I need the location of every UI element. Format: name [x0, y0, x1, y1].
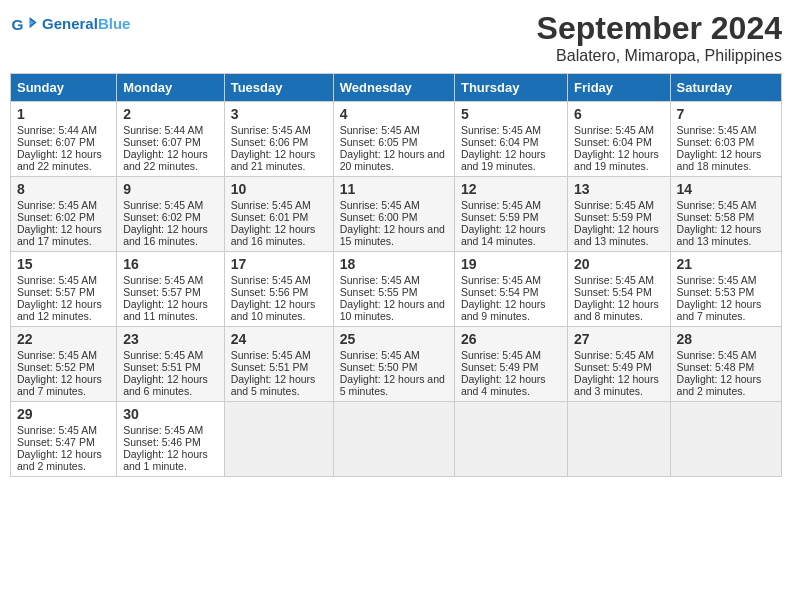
table-row: 1 Sunrise: 5:44 AM Sunset: 6:07 PM Dayli… — [11, 102, 117, 177]
day-number: 14 — [677, 181, 775, 197]
page-subtitle: Balatero, Mimaropa, Philippines — [537, 47, 782, 65]
table-row: 28 Sunrise: 5:45 AM Sunset: 5:48 PM Dayl… — [670, 327, 781, 402]
daylight-text: Daylight: 12 hours and 11 minutes. — [123, 298, 208, 322]
daylight-text: Daylight: 12 hours and 16 minutes. — [123, 223, 208, 247]
table-row: 29 Sunrise: 5:45 AM Sunset: 5:47 PM Dayl… — [11, 402, 117, 477]
table-row: 26 Sunrise: 5:45 AM Sunset: 5:49 PM Dayl… — [454, 327, 567, 402]
sunrise-text: Sunrise: 5:45 AM — [461, 274, 541, 286]
table-row: 27 Sunrise: 5:45 AM Sunset: 5:49 PM Dayl… — [568, 327, 671, 402]
table-row: 21 Sunrise: 5:45 AM Sunset: 5:53 PM Dayl… — [670, 252, 781, 327]
daylight-text: Daylight: 12 hours and 19 minutes. — [461, 148, 546, 172]
sunrise-text: Sunrise: 5:45 AM — [461, 124, 541, 136]
sunrise-text: Sunrise: 5:45 AM — [340, 349, 420, 361]
table-row: 20 Sunrise: 5:45 AM Sunset: 5:54 PM Dayl… — [568, 252, 671, 327]
table-row: 6 Sunrise: 5:45 AM Sunset: 6:04 PM Dayli… — [568, 102, 671, 177]
sunrise-text: Sunrise: 5:45 AM — [123, 349, 203, 361]
page-title: September 2024 — [537, 10, 782, 47]
table-row: 22 Sunrise: 5:45 AM Sunset: 5:52 PM Dayl… — [11, 327, 117, 402]
daylight-text: Daylight: 12 hours and 1 minute. — [123, 448, 208, 472]
sunset-text: Sunset: 6:07 PM — [17, 136, 95, 148]
header-sunday: Sunday — [11, 74, 117, 102]
sunset-text: Sunset: 5:57 PM — [123, 286, 201, 298]
sunrise-text: Sunrise: 5:45 AM — [574, 124, 654, 136]
sunset-text: Sunset: 5:59 PM — [574, 211, 652, 223]
table-row: 19 Sunrise: 5:45 AM Sunset: 5:54 PM Dayl… — [454, 252, 567, 327]
sunset-text: Sunset: 5:56 PM — [231, 286, 309, 298]
sunrise-text: Sunrise: 5:45 AM — [574, 199, 654, 211]
daylight-text: Daylight: 12 hours and 5 minutes. — [340, 373, 445, 397]
sunset-text: Sunset: 5:59 PM — [461, 211, 539, 223]
day-number: 4 — [340, 106, 448, 122]
calendar-header: Sunday Monday Tuesday Wednesday Thursday… — [11, 74, 782, 102]
sunset-text: Sunset: 5:50 PM — [340, 361, 418, 373]
sunrise-text: Sunrise: 5:45 AM — [461, 199, 541, 211]
sunset-text: Sunset: 6:05 PM — [340, 136, 418, 148]
day-number: 19 — [461, 256, 561, 272]
sunrise-text: Sunrise: 5:45 AM — [17, 199, 97, 211]
sunset-text: Sunset: 6:01 PM — [231, 211, 309, 223]
day-number: 15 — [17, 256, 110, 272]
table-row: 10 Sunrise: 5:45 AM Sunset: 6:01 PM Dayl… — [224, 177, 333, 252]
daylight-text: Daylight: 12 hours and 20 minutes. — [340, 148, 445, 172]
sunrise-text: Sunrise: 5:45 AM — [231, 124, 311, 136]
table-row: 24 Sunrise: 5:45 AM Sunset: 5:51 PM Dayl… — [224, 327, 333, 402]
sunset-text: Sunset: 6:02 PM — [17, 211, 95, 223]
sunrise-text: Sunrise: 5:45 AM — [340, 124, 420, 136]
sunrise-text: Sunrise: 5:45 AM — [677, 199, 757, 211]
day-number: 10 — [231, 181, 327, 197]
table-row: 4 Sunrise: 5:45 AM Sunset: 6:05 PM Dayli… — [333, 102, 454, 177]
daylight-text: Daylight: 12 hours and 9 minutes. — [461, 298, 546, 322]
daylight-text: Daylight: 12 hours and 14 minutes. — [461, 223, 546, 247]
day-number: 9 — [123, 181, 217, 197]
daylight-text: Daylight: 12 hours and 7 minutes. — [17, 373, 102, 397]
sunset-text: Sunset: 5:48 PM — [677, 361, 755, 373]
sunrise-text: Sunrise: 5:45 AM — [123, 274, 203, 286]
daylight-text: Daylight: 12 hours and 6 minutes. — [123, 373, 208, 397]
table-row: 3 Sunrise: 5:45 AM Sunset: 6:06 PM Dayli… — [224, 102, 333, 177]
sunrise-text: Sunrise: 5:45 AM — [17, 349, 97, 361]
table-row: 30 Sunrise: 5:45 AM Sunset: 5:46 PM Dayl… — [117, 402, 224, 477]
table-row: 23 Sunrise: 5:45 AM Sunset: 5:51 PM Dayl… — [117, 327, 224, 402]
table-row: 11 Sunrise: 5:45 AM Sunset: 6:00 PM Dayl… — [333, 177, 454, 252]
daylight-text: Daylight: 12 hours and 3 minutes. — [574, 373, 659, 397]
sunrise-text: Sunrise: 5:45 AM — [123, 199, 203, 211]
daylight-text: Daylight: 12 hours and 8 minutes. — [574, 298, 659, 322]
sunset-text: Sunset: 5:51 PM — [123, 361, 201, 373]
table-row — [333, 402, 454, 477]
day-number: 12 — [461, 181, 561, 197]
daylight-text: Daylight: 12 hours and 10 minutes. — [231, 298, 316, 322]
svg-text:G: G — [11, 16, 23, 33]
table-row: 2 Sunrise: 5:44 AM Sunset: 6:07 PM Dayli… — [117, 102, 224, 177]
daylight-text: Daylight: 12 hours and 21 minutes. — [231, 148, 316, 172]
sunset-text: Sunset: 5:57 PM — [17, 286, 95, 298]
daylight-text: Daylight: 12 hours and 12 minutes. — [17, 298, 102, 322]
sunset-text: Sunset: 5:54 PM — [574, 286, 652, 298]
logo-blue: Blue — [98, 15, 131, 32]
sunrise-text: Sunrise: 5:45 AM — [461, 349, 541, 361]
table-row: 17 Sunrise: 5:45 AM Sunset: 5:56 PM Dayl… — [224, 252, 333, 327]
daylight-text: Daylight: 12 hours and 7 minutes. — [677, 298, 762, 322]
day-number: 24 — [231, 331, 327, 347]
day-number: 21 — [677, 256, 775, 272]
sunrise-text: Sunrise: 5:45 AM — [574, 274, 654, 286]
table-row: 16 Sunrise: 5:45 AM Sunset: 5:57 PM Dayl… — [117, 252, 224, 327]
day-number: 13 — [574, 181, 664, 197]
sunrise-text: Sunrise: 5:45 AM — [340, 274, 420, 286]
table-row — [224, 402, 333, 477]
sunset-text: Sunset: 6:04 PM — [461, 136, 539, 148]
day-number: 18 — [340, 256, 448, 272]
daylight-text: Daylight: 12 hours and 2 minutes. — [17, 448, 102, 472]
day-number: 11 — [340, 181, 448, 197]
sunset-text: Sunset: 6:04 PM — [574, 136, 652, 148]
sunset-text: Sunset: 6:02 PM — [123, 211, 201, 223]
daylight-text: Daylight: 12 hours and 16 minutes. — [231, 223, 316, 247]
table-row: 15 Sunrise: 5:45 AM Sunset: 5:57 PM Dayl… — [11, 252, 117, 327]
daylight-text: Daylight: 12 hours and 15 minutes. — [340, 223, 445, 247]
day-number: 27 — [574, 331, 664, 347]
day-number: 20 — [574, 256, 664, 272]
header-saturday: Saturday — [670, 74, 781, 102]
daylight-text: Daylight: 12 hours and 10 minutes. — [340, 298, 445, 322]
daylight-text: Daylight: 12 hours and 19 minutes. — [574, 148, 659, 172]
header-friday: Friday — [568, 74, 671, 102]
daylight-text: Daylight: 12 hours and 22 minutes. — [17, 148, 102, 172]
